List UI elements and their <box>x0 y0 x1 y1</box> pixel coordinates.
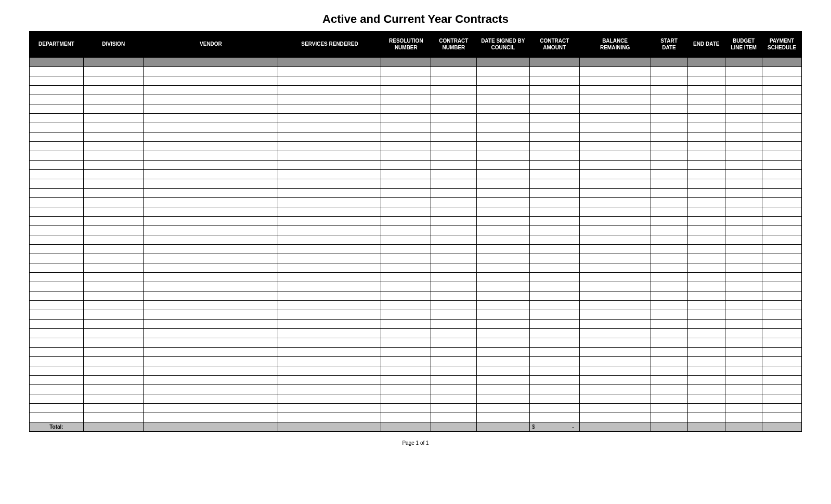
table-cell <box>725 357 762 366</box>
table-cell <box>144 95 278 104</box>
document-page: Active and Current Year Contracts DEPART… <box>0 0 831 432</box>
table-cell <box>431 394 476 404</box>
table-row <box>30 301 802 310</box>
table-cell <box>83 422 143 432</box>
table-cell <box>381 366 431 376</box>
table-cell <box>476 301 529 310</box>
table-cell <box>529 226 579 235</box>
table-cell <box>431 58 476 67</box>
table-cell <box>83 189 143 198</box>
table-cell <box>529 291 579 301</box>
table-cell <box>725 170 762 179</box>
table-cell <box>381 291 431 301</box>
table-cell <box>381 114 431 123</box>
table-cell <box>83 226 143 235</box>
table-cell <box>83 245 143 254</box>
table-cell <box>725 320 762 329</box>
table-cell <box>144 301 278 310</box>
table-cell <box>762 366 802 376</box>
table-cell <box>687 385 725 394</box>
table-cell <box>651 291 687 301</box>
table-cell <box>144 273 278 282</box>
table-cell <box>579 291 651 301</box>
table-cell <box>687 226 725 235</box>
table-cell <box>762 404 802 413</box>
table-cell <box>579 301 651 310</box>
table-cell <box>651 95 687 104</box>
table-cell <box>476 235 529 245</box>
table-cell <box>762 114 802 123</box>
table-cell <box>476 104 529 114</box>
table-cell <box>30 58 84 67</box>
table-cell <box>30 95 84 104</box>
table-cell <box>381 273 431 282</box>
table-cell <box>144 189 278 198</box>
table-cell <box>144 235 278 245</box>
table-cell <box>476 273 529 282</box>
table-cell <box>687 161 725 170</box>
table-cell <box>725 235 762 245</box>
table-cell <box>30 263 84 273</box>
table-cell <box>476 217 529 226</box>
table-cell <box>579 151 651 161</box>
table-cell <box>579 245 651 254</box>
table-cell <box>278 348 381 357</box>
table-cell <box>278 385 381 394</box>
table-cell <box>529 189 579 198</box>
table-cell <box>687 86 725 95</box>
table-cell <box>278 179 381 189</box>
table-cell <box>83 123 143 132</box>
table-cell <box>431 132 476 142</box>
table-row <box>30 245 802 254</box>
table-cell <box>579 58 651 67</box>
col-balance-remaining: BALANCE REMAINING <box>579 32 651 58</box>
table-cell <box>431 235 476 245</box>
table-cell <box>687 338 725 348</box>
total-row: Total:$- <box>30 422 802 432</box>
table-cell <box>431 348 476 357</box>
table-cell <box>651 301 687 310</box>
table-row <box>30 217 802 226</box>
table-cell <box>278 338 381 348</box>
table-cell <box>83 151 143 161</box>
table-cell <box>762 348 802 357</box>
table-cell <box>762 385 802 394</box>
table-row <box>30 132 802 142</box>
table-cell <box>381 245 431 254</box>
col-division: DIVISION <box>83 32 143 58</box>
table-cell <box>431 366 476 376</box>
table-cell <box>476 291 529 301</box>
table-cell <box>83 320 143 329</box>
total-label: Total: <box>30 422 84 432</box>
table-cell <box>725 310 762 320</box>
table-cell <box>687 245 725 254</box>
table-row <box>30 376 802 385</box>
table-cell <box>30 282 84 291</box>
table-cell <box>381 338 431 348</box>
table-cell <box>381 394 431 404</box>
table-cell <box>476 67 529 76</box>
table-cell <box>30 348 84 357</box>
table-row <box>30 366 802 376</box>
table-cell <box>431 170 476 179</box>
table-cell <box>529 76 579 86</box>
table-cell <box>687 413 725 422</box>
table-cell <box>278 263 381 273</box>
table-cell <box>725 161 762 170</box>
table-cell <box>529 58 579 67</box>
table-row <box>30 198 802 207</box>
table-cell <box>144 76 278 86</box>
table-cell <box>83 376 143 385</box>
table-cell <box>651 170 687 179</box>
table-cell <box>83 217 143 226</box>
table-cell <box>651 376 687 385</box>
table-cell <box>725 207 762 217</box>
table-cell <box>579 189 651 198</box>
table-cell <box>651 235 687 245</box>
table-cell <box>278 273 381 282</box>
table-cell <box>278 161 381 170</box>
table-cell <box>278 86 381 95</box>
table-cell <box>476 376 529 385</box>
table-cell <box>687 95 725 104</box>
table-cell <box>278 189 381 198</box>
